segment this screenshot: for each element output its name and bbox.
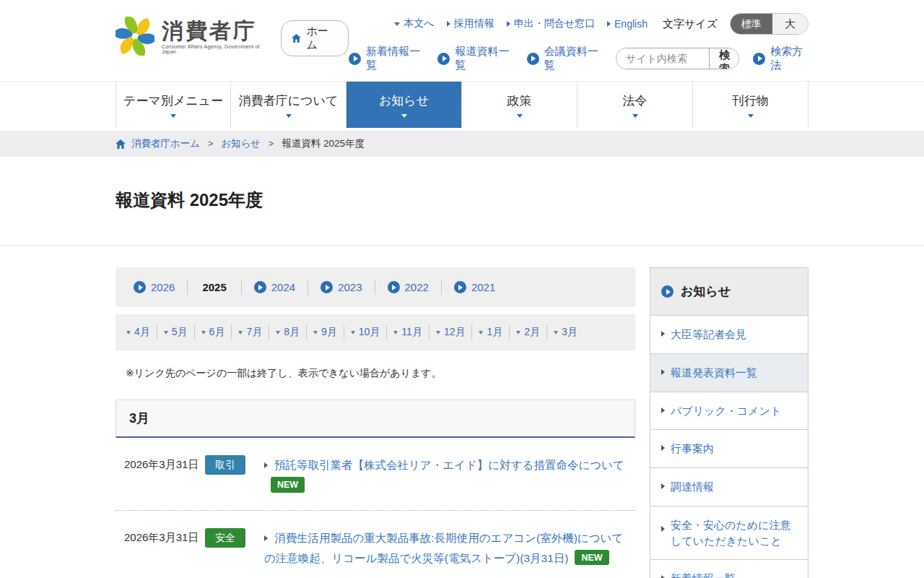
sidebar-item-safety-cautions[interactable]: 安全・安心のために注意していただきたいこと (650, 506, 808, 561)
meeting-materials-list-link[interactable]: 会議資料一覧 (527, 45, 602, 72)
month-tab-8[interactable]: 12月 (430, 325, 473, 340)
home-button[interactable]: ホーム (281, 20, 349, 56)
sidebar-item-press-release-list[interactable]: 報道発表資料一覧 (650, 354, 808, 392)
nav-theme-menu[interactable]: テーマ別メニュー (116, 82, 231, 128)
breadcrumb-separator: > (269, 139, 274, 149)
news-row: 2026年3月31日 安全 消費生活用製品の重大製品事故:長期使用のエアコン(室… (116, 511, 635, 578)
chevron-down-icon (286, 114, 292, 118)
year-tab-2022[interactable]: 2022 (375, 280, 442, 295)
circle-arrow-icon (321, 281, 333, 293)
nav-news[interactable]: お知らせ (346, 82, 462, 128)
circle-arrow-icon (254, 281, 266, 293)
home-icon (116, 139, 126, 149)
recruit-link[interactable]: 採用情報 (447, 17, 494, 30)
arrow-right-icon (507, 21, 510, 27)
arrow-right-icon (607, 21, 611, 27)
circle-arrow-icon (437, 53, 450, 65)
breadcrumb-news-link[interactable]: お知らせ (221, 137, 261, 150)
month-tab-2[interactable]: 6月 (195, 325, 232, 340)
news-date: 2026年3月31日 (124, 528, 205, 569)
nav-laws[interactable]: 法令 (578, 82, 693, 128)
year-tab-2025-current: 2025 (188, 280, 241, 295)
circle-arrow-icon (661, 285, 674, 298)
new-badge: NEW (271, 477, 305, 492)
circle-arrow-icon (454, 281, 466, 293)
month-tab-0[interactable]: 4月 (120, 325, 157, 340)
breadcrumb-home-link[interactable]: 消費者庁ホーム (131, 137, 200, 150)
month-tab-3[interactable]: 7月 (232, 325, 269, 340)
nav-publications[interactable]: 刊行物 (693, 82, 808, 128)
logo[interactable]: 消費者庁 Consumer Affairs Agency, Government… (116, 10, 349, 56)
arrow-right-icon (264, 535, 268, 541)
arrow-right-icon (661, 407, 665, 413)
disclaimer-note: ※リンク先のページの一部は終了し、表示できない場合があります。 (126, 367, 635, 380)
chevron-down-icon (313, 331, 318, 335)
contact-link[interactable]: 申出・問合せ窓口 (507, 17, 595, 30)
home-icon (292, 33, 301, 43)
chevron-down-icon (276, 331, 280, 335)
month-tab-7[interactable]: 11月 (387, 325, 430, 340)
news-link[interactable]: 預託等取引業者【株式会社リア・エイド】に対する措置命令について (274, 459, 624, 471)
month-tab-11[interactable]: 3月 (547, 325, 584, 340)
category-badge: 安全 (205, 528, 245, 548)
sidebar-item-press-conference[interactable]: 大臣等記者会見 (650, 316, 808, 354)
chevron-down-icon (201, 331, 206, 335)
sidebar-item-events[interactable]: 行事案内 (650, 430, 808, 468)
arrow-right-icon (661, 445, 665, 451)
agency-name-english: Consumer Affairs Agency, Government of J… (162, 44, 262, 54)
month-tab-4[interactable]: 8月 (269, 325, 307, 340)
font-size-standard-button[interactable]: 標準 (731, 14, 772, 34)
breadcrumb: 消費者庁ホーム > お知らせ > 報道資料 2025年度 (116, 131, 808, 157)
arrow-right-icon (661, 483, 665, 489)
breadcrumb-separator: > (208, 139, 213, 149)
english-link[interactable]: English (607, 18, 648, 30)
arrow-right-icon (447, 21, 450, 27)
year-tab-2026[interactable]: 2026 (121, 280, 188, 295)
month-tab-10[interactable]: 2月 (510, 325, 547, 340)
year-tab-2023[interactable]: 2023 (308, 280, 375, 295)
circle-arrow-icon (527, 53, 539, 65)
news-list: 2026年3月31日 取引 預託等取引業者【株式会社リア・エイド】に対する措置命… (116, 438, 635, 578)
circle-arrow-icon (753, 53, 765, 65)
main-navigation: テーマ別メニュー 消費者庁について お知らせ 政策 法令 刊行物 (0, 81, 924, 128)
agency-pinwheel-logo-icon (116, 17, 154, 56)
agency-name: 消費者庁 (162, 19, 262, 43)
new-info-list-link[interactable]: 新着情報一覧 (349, 45, 424, 72)
chevron-down-icon (126, 331, 131, 335)
news-date: 2026年3月31日 (124, 455, 205, 496)
sidebar-item-public-comment[interactable]: パブリック・コメント (650, 392, 808, 431)
new-badge: NEW (575, 550, 609, 565)
category-badge: 取引 (205, 455, 245, 475)
search-button[interactable]: 検索 (709, 48, 739, 69)
font-size-label: 文字サイズ (663, 17, 718, 31)
sidebar-item-procurement[interactable]: 調達情報 (650, 468, 808, 506)
year-tab-2021[interactable]: 2021 (442, 280, 507, 295)
site-search: 検索 (616, 48, 739, 69)
circle-arrow-icon (134, 281, 146, 293)
news-link[interactable]: 消費生活用製品の重大製品事故:長期使用のエアコン(室外機)についての注意喚起、リ… (264, 532, 623, 564)
page-title-band: 報道資料 2025年度 (0, 157, 924, 246)
nav-about-agency[interactable]: 消費者庁について (231, 82, 346, 128)
chevron-down-icon (401, 114, 407, 118)
font-size-large-button[interactable]: 大 (772, 14, 808, 34)
month-tab-9[interactable]: 1月 (472, 325, 510, 340)
sidebar-item-new-info-list[interactable]: 新着情報一覧 (650, 560, 808, 578)
year-tabs: 2026 2025 2024 2023 2022 2021 (116, 267, 635, 307)
press-release-list-link[interactable]: 報道資料一覧 (437, 45, 513, 72)
month-tab-1[interactable]: 5月 (157, 325, 195, 340)
month-tab-6[interactable]: 10月 (344, 325, 388, 340)
nav-policies[interactable]: 政策 (462, 82, 578, 128)
search-input[interactable] (616, 48, 709, 69)
font-size-toggle: 標準 大 (730, 13, 808, 35)
arrow-right-icon (264, 462, 268, 468)
year-tab-2024[interactable]: 2024 (242, 280, 308, 295)
arrow-right-icon (661, 369, 665, 375)
month-tab-5[interactable]: 9月 (307, 325, 344, 340)
chevron-down-icon (748, 114, 754, 118)
quick-links: 新着情報一覧 報道資料一覧 会議資料一覧 検索 検索方法 (349, 45, 808, 72)
chevron-down-icon (393, 331, 398, 335)
search-help-link[interactable]: 検索方法 (753, 45, 808, 72)
skip-to-content-link[interactable]: 本文へ (394, 17, 434, 30)
circle-arrow-icon (349, 53, 361, 65)
chevron-down-icon (164, 331, 168, 335)
